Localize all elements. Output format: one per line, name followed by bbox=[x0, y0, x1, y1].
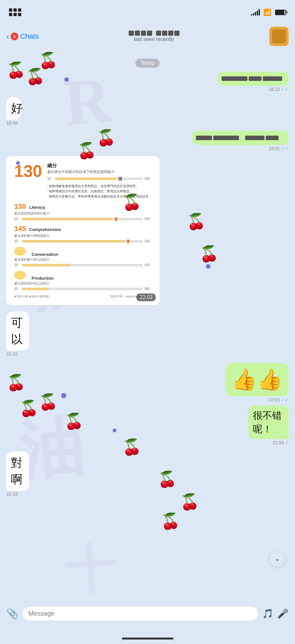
mic-icon: 🎤 bbox=[277, 609, 289, 619]
total-score-info: 總分 參試者在不同模式和語境下的英語使用能力 10 160 bbox=[47, 163, 152, 199]
subscore-conversation-header: Conversation bbox=[14, 247, 152, 257]
scroll-down-button[interactable]: ⌄ bbox=[269, 551, 285, 567]
production-scale: 10 160 bbox=[14, 287, 152, 291]
date-label: Today bbox=[135, 59, 160, 68]
nav-center: last seen recently bbox=[129, 31, 180, 42]
mic-button[interactable]: 🎤 bbox=[277, 608, 289, 619]
subscore-literacy-header: 130 Literacy bbox=[14, 202, 152, 211]
subscore-production: Production 參試者的寫作和口語能力 10 160 bbox=[14, 271, 152, 291]
back-button[interactable]: ‹ 3 Chats bbox=[6, 32, 39, 42]
time-m7: 22:04 ✓ bbox=[272, 440, 289, 445]
conversation-scale: 10 160 bbox=[14, 263, 152, 267]
message-m6: 👍👍 22:03 ✓✓ bbox=[6, 363, 289, 402]
total-scale: 10 160 bbox=[47, 177, 152, 180]
time-m2: 18:56 bbox=[6, 120, 18, 126]
score-image-bubble[interactable]: 130 總分 參試者在不同模式和語境下的英語使用能力 10 bbox=[6, 156, 160, 305]
bubble-m8: 對啊 bbox=[6, 452, 29, 491]
message-m2: 好 18:56 bbox=[6, 97, 289, 126]
input-bar: 📎 🎵 🎤 bbox=[0, 602, 295, 625]
image-time-overlay: 22:02 bbox=[136, 293, 156, 301]
cherry-deco-16: 🍒 bbox=[161, 512, 180, 530]
bubble-m1 bbox=[218, 72, 289, 86]
message-m1: 18:22 ✓✓ bbox=[6, 72, 289, 92]
total-desc: 參試者在不同模式和語境下的英語使用能力 bbox=[47, 169, 152, 174]
score-card: 130 總分 參試者在不同模式和語境下的英語使用能力 10 bbox=[6, 156, 160, 305]
nav-bar: ‹ 3 Chats last seen recently bbox=[0, 23, 295, 52]
message-input-wrap[interactable] bbox=[22, 606, 258, 621]
time-m1: 18:22 ✓✓ bbox=[269, 87, 289, 92]
message-m5: 可以 22:02 bbox=[6, 312, 289, 357]
message-m3: . 19:01 ✓✓ bbox=[6, 131, 289, 151]
subscore-conversation: Conversation 參試者的聽力和口語能力 10 160 bbox=[14, 247, 152, 267]
watermark-4: 十 bbox=[61, 533, 119, 599]
attach-button[interactable]: 📎 bbox=[6, 608, 18, 619]
time-m6: 22:03 ✓✓ bbox=[269, 397, 289, 402]
back-label: Chats bbox=[20, 32, 39, 41]
contact-name-row bbox=[129, 31, 180, 36]
bubble-m3: . bbox=[192, 131, 289, 145]
carrier-pixels bbox=[9, 8, 21, 12]
battery-icon bbox=[275, 10, 286, 15]
message-m7: 很不错呢！ 22:04 ✓ bbox=[6, 406, 289, 445]
status-bar: 📶 bbox=[0, 0, 295, 23]
bubble-m6: 👍👍 bbox=[226, 363, 289, 396]
comprehension-scale: 10 160 bbox=[14, 239, 152, 243]
subscore-comprehension: 145 Comprehension 參試者的聽力和閱讀能力 10 160 bbox=[14, 225, 152, 243]
emoji-icon: 🎵 bbox=[262, 609, 273, 619]
chats-badge: 3 bbox=[11, 33, 18, 40]
literacy-scale: 10 160 bbox=[14, 217, 152, 221]
bubble-m2: 好 bbox=[6, 97, 21, 120]
home-indicator bbox=[122, 638, 173, 639]
wifi-icon: 📶 bbox=[263, 8, 271, 16]
last-seen: last seen recently bbox=[129, 36, 180, 42]
status-left bbox=[9, 8, 21, 16]
message-m4[interactable]: 130 總分 參試者在不同模式和語境下的英語使用能力 10 bbox=[6, 156, 289, 305]
emoji-button[interactable]: 🎵 bbox=[262, 608, 273, 619]
signal-bars bbox=[251, 9, 260, 15]
time-m3: 19:01 ✓✓ bbox=[269, 146, 289, 151]
attach-icon: 📎 bbox=[6, 608, 18, 619]
date-separator: Today bbox=[6, 59, 289, 68]
blurred-name bbox=[129, 31, 180, 36]
status-right: 📶 bbox=[251, 8, 286, 16]
time-m8: 22:18 bbox=[6, 492, 18, 497]
total-score-row: 130 總分 參試者在不同模式和語境下的英語使用能力 10 bbox=[14, 163, 152, 199]
total-score-num: 130 bbox=[14, 163, 42, 179]
chat-area: R 加 油 十 🍒 🍒 🍒 🍒 🍒 🍒 🍒 🍒 🍒 🍒 🍒 🍒 🍒 🍒 🍒 🍒 … bbox=[0, 52, 295, 599]
legend-row: ■ 我的分數 ■ 我的分數範圍 * 數資來源：englishtest.duoli… bbox=[14, 294, 152, 299]
bubble-m5: 可以 bbox=[6, 312, 29, 351]
time-m5: 22:02 bbox=[6, 351, 18, 357]
chevron-down-icon: ⌄ bbox=[274, 554, 280, 563]
back-chevron-icon: ‹ bbox=[6, 32, 9, 42]
subscore-literacy: 130 Literacy 參試者的閱讀和寫作能力 10 160 bbox=[14, 202, 152, 221]
carrier-pixels-2 bbox=[9, 13, 21, 16]
total-label: 總分 bbox=[47, 163, 152, 169]
subscore-comprehension-header: 145 Comprehension bbox=[14, 225, 152, 233]
subscore-production-header: Production bbox=[14, 271, 152, 281]
message-m8: 對啊 22:18 bbox=[6, 452, 289, 497]
bubble-m7: 很不错呢！ bbox=[248, 406, 289, 439]
avatar[interactable] bbox=[269, 27, 289, 46]
message-input[interactable] bbox=[28, 610, 252, 617]
avatar-inner bbox=[272, 29, 286, 43]
total-bullets: · 能夠理解各種有難度的文章和對話，包括專門的語言使用情景。 · 能夠掌握語言中… bbox=[47, 184, 152, 199]
